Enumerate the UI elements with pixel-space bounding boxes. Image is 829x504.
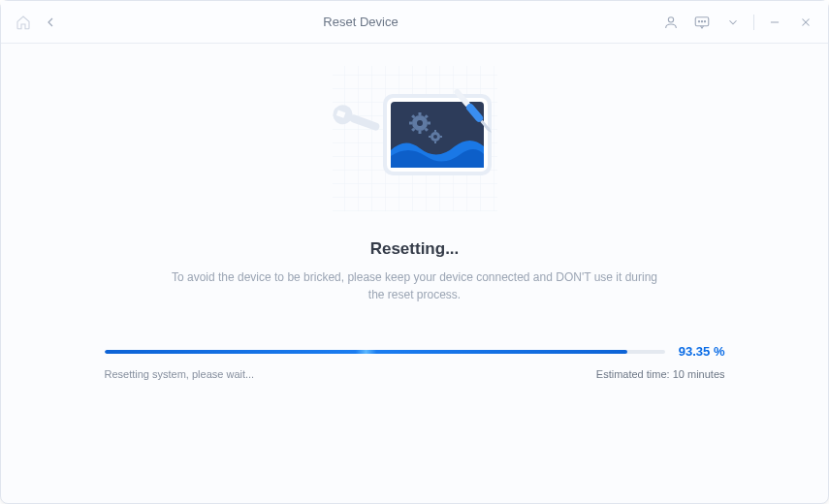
home-icon — [13, 12, 34, 33]
titlebar-divider — [753, 15, 754, 30]
feedback-icon[interactable] — [691, 12, 713, 33]
app-window: Reset Device — [0, 0, 829, 504]
minimize-button[interactable] — [764, 12, 785, 33]
reset-illustration — [303, 61, 526, 216]
svg-line-23 — [412, 129, 414, 131]
back-button[interactable] — [40, 12, 61, 33]
progress-section: 93.35 % — [105, 344, 725, 359]
close-button[interactable] — [795, 12, 816, 33]
svg-line-22 — [425, 129, 427, 131]
svg-line-21 — [412, 115, 414, 117]
progress-bar — [105, 350, 665, 354]
progress-status-text: Resetting system, please wait... — [105, 368, 255, 380]
svg-point-4 — [704, 20, 705, 21]
titlebar: Reset Device — [1, 1, 828, 44]
chevron-down-icon[interactable] — [722, 12, 744, 33]
svg-line-24 — [425, 115, 427, 117]
svg-point-16 — [417, 120, 423, 126]
svg-point-2 — [698, 20, 699, 21]
svg-point-0 — [668, 16, 673, 21]
progress-fill — [105, 350, 628, 354]
status-subtext: To avoid the device to be bricked, pleas… — [168, 268, 662, 303]
estimated-time: Estimated time: 10 minutes — [596, 368, 725, 380]
svg-point-3 — [701, 20, 702, 21]
progress-percent: 93.35 % — [677, 344, 725, 359]
svg-point-26 — [433, 135, 437, 139]
status-heading: Resetting... — [370, 239, 460, 259]
account-icon[interactable] — [660, 12, 682, 33]
main-content: Resetting... To avoid the device to be b… — [1, 44, 828, 409]
window-title: Reset Device — [61, 15, 660, 29]
